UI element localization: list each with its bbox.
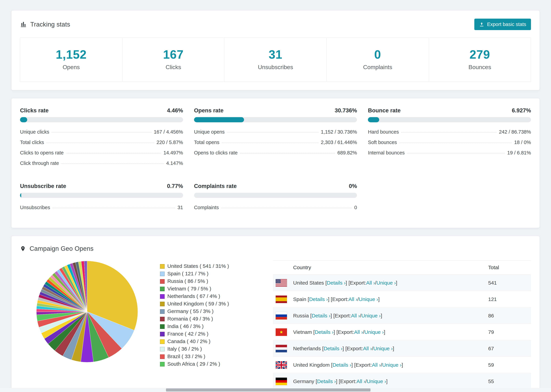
legend-item-spain: Spain ( 121 / 7% ) [160, 270, 259, 277]
rate-title: Complaints rate [194, 183, 237, 189]
geo-pie-chart [35, 259, 140, 364]
export-unique-link[interactable]: Unique › [367, 378, 386, 384]
stat-line-value: 0 [354, 205, 357, 210]
export-unique-link[interactable]: Unique › [376, 280, 396, 286]
export-unique-link[interactable]: Unique › [364, 329, 384, 335]
geo-header: Campaign Geo Opens [11, 236, 540, 259]
legend-label: Italy ( 36 / 2% ) [167, 346, 202, 352]
export-unique-link[interactable]: Unique › [382, 362, 402, 368]
stat-line-value: 2,303 / 61.446% [321, 140, 357, 145]
stat-line-value: 18 / 0% [514, 140, 531, 145]
horizontal-scrollbar-thumb[interactable] [166, 388, 370, 392]
legend-swatch [160, 339, 165, 344]
stat-line-value: 689.82% [338, 150, 357, 156]
rate-title: Opens rate [194, 107, 224, 114]
legend-swatch [160, 264, 165, 269]
legend-item-netherlands: Netherlands ( 67 / 4% ) [160, 293, 259, 300]
rate-section-header: Unsubscribe rate0.77% [20, 183, 183, 189]
geo-legend: United States ( 541 / 31% )Spain ( 121 /… [160, 259, 259, 368]
geo-pie-wrap [35, 259, 140, 365]
geo-title: Campaign Geo Opens [30, 245, 94, 252]
export-all-link[interactable]: All › [363, 346, 372, 351]
table-row-united-kingdom: United Kingdom [Details ›] [Export: All … [273, 357, 531, 373]
stat-line: Internal bounces19 / 6.81% [368, 147, 531, 158]
table-row-united-states: United States [Details ›] [Export: All ›… [273, 275, 531, 291]
stat-line-value: 167 / 4.456% [154, 129, 183, 135]
stat-line-value: 4.147% [166, 161, 183, 166]
stat-line-value: 220 / 5.87% [156, 140, 183, 145]
export-unique-link[interactable]: Unique › [373, 346, 393, 351]
page-title: Tracking stats [30, 21, 70, 28]
export-all-link[interactable]: All › [348, 296, 357, 302]
tracking-stats-card: Tracking stats Export basic stats 1,152O… [11, 10, 540, 90]
progress-bar-track [368, 117, 531, 122]
details-link[interactable]: Details › [312, 313, 330, 319]
stat-line-value: 31 [177, 205, 183, 210]
stat-line: Complaints0 [194, 202, 357, 213]
legend-label: Vietnam ( 79 / 5% ) [167, 286, 211, 292]
details-link[interactable]: Details › [332, 362, 351, 368]
export-all-link[interactable]: All › [354, 329, 363, 335]
stat-line-value: 1,152 / 30.736% [321, 129, 357, 135]
details-link[interactable]: Details › [327, 280, 346, 286]
stat-label: Clicks [122, 64, 224, 70]
country-cell: Spain [Details ›] [Export: All › / Uniqu… [276, 295, 488, 303]
legend-swatch [160, 354, 165, 359]
horizontal-scrollbar-track[interactable] [0, 388, 551, 392]
rate-value: 0.77% [167, 183, 183, 189]
export-all-link[interactable]: All › [351, 313, 360, 319]
legend-item-germany: Germany ( 55 / 3% ) [160, 308, 259, 315]
stat-line-label: Unsubscribes [20, 205, 50, 210]
page: Tracking stats Export basic stats 1,152O… [0, 0, 551, 392]
total-column-header: Total [488, 265, 531, 270]
stat-value: 0 [327, 48, 429, 61]
details-link[interactable]: Details › [317, 378, 336, 384]
rates-grid: Clicks rate4.46%Unique clicks167 / 4.456… [11, 98, 540, 228]
stat-line: Clicks to opens rate14.497% [20, 147, 183, 158]
export-all-link[interactable]: All › [372, 362, 381, 368]
details-link[interactable]: Details › [309, 296, 328, 302]
dotted-leader [227, 132, 318, 133]
geo-body: United States ( 541 / 31% )Spain ( 121 /… [11, 259, 540, 390]
export-basic-stats-button[interactable]: Export basic stats [474, 19, 531, 30]
rate-section-complaints-rate: Complaints rate0%Complaints0 [194, 183, 357, 213]
export-unique-link[interactable]: Unique › [359, 296, 378, 302]
progress-bar-track [194, 193, 357, 198]
export-unique-link[interactable]: Unique › [361, 313, 381, 319]
details-link[interactable]: Details › [315, 329, 333, 335]
stat-value: 167 [122, 48, 224, 61]
rate-value: 0% [349, 183, 357, 189]
flag-es-icon [276, 295, 287, 303]
stat-line: Total opens2,303 / 61.446% [194, 137, 357, 147]
legend-swatch [160, 332, 165, 336]
table-row-spain: Spain [Details ›] [Export: All › / Uniqu… [273, 291, 531, 308]
legend-label: Brazil ( 33 / 2% ) [167, 354, 205, 359]
country-cell: Russia [Details ›] [Export: All › / Uniq… [276, 312, 488, 320]
details-link[interactable]: Details › [324, 346, 342, 351]
country-name: United States [293, 280, 324, 286]
export-icon [479, 22, 484, 27]
legend-label: Canada ( 40 / 2% ) [167, 338, 211, 344]
country-cell: Germany [Details ›] [Export: All › / Uni… [276, 378, 488, 385]
table-row-netherlands: Netherlands [Details ›] [Export: All › /… [273, 340, 531, 357]
export-all-link[interactable]: All › [366, 280, 375, 286]
legend-label: Romania ( 49 / 3% ) [167, 316, 213, 322]
stat-value: 31 [225, 48, 326, 61]
legend-label: United Kingdom ( 59 / 3% ) [167, 301, 229, 307]
stat-line-label: Complaints [194, 205, 219, 210]
legend-label: Germany ( 55 / 3% ) [167, 308, 213, 314]
country-cell: Vietnam [Details ›] [Export: All › / Uni… [276, 328, 488, 336]
legend-label: Spain ( 121 / 7% ) [167, 271, 208, 277]
stat-label: Opens [20, 64, 122, 70]
geo-table-body: United States [Details ›] [Export: All ›… [273, 275, 531, 390]
stat-line-label: Unique opens [194, 129, 225, 135]
flag-nl-icon [276, 345, 287, 352]
legend-swatch [160, 302, 165, 306]
stat-line-label: Click through rate [20, 161, 59, 166]
rate-title: Unsubscribe rate [20, 183, 66, 189]
dotted-leader [407, 153, 505, 154]
dotted-leader [61, 163, 164, 164]
rate-title: Bounce rate [368, 107, 401, 114]
export-all-link[interactable]: All › [356, 378, 365, 384]
country-total: 55 [488, 378, 531, 384]
